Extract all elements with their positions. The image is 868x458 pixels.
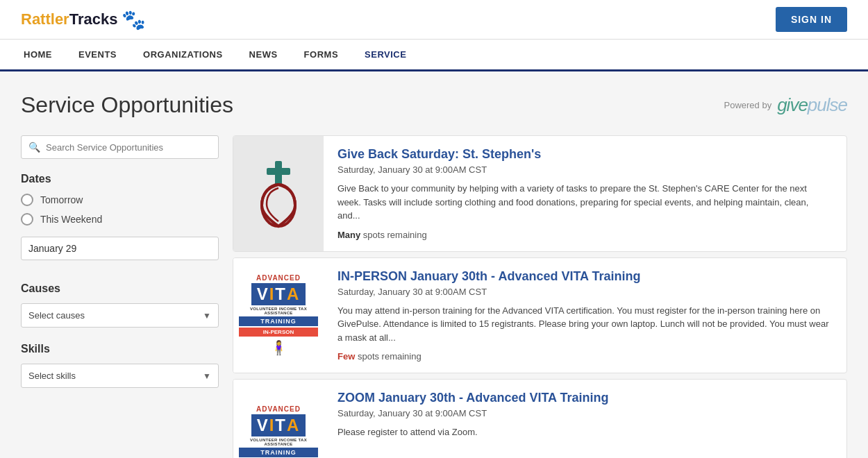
main-layout: 🔍 Dates Tomorrow This Weekend — [21, 135, 847, 458]
event-date-1: Saturday, January 30 at 9:00AM CST — [337, 164, 833, 175]
event-card-2: ADVANCED VITA VOLUNTEER INCOME TAX ASSIS… — [233, 257, 847, 374]
page-body: Service Opportunities Powered by givepul… — [0, 71, 868, 458]
causes-chevron-down-icon: ▼ — [203, 311, 211, 321]
skills-label: Skills — [21, 343, 219, 355]
event-date-2: Saturday, January 30 at 9:00AM CST — [337, 287, 833, 297]
event-spots-1: Many spots remaining — [337, 230, 833, 240]
skills-dropdown[interactable]: Select skills ▼ — [21, 364, 219, 388]
skills-section: Skills Select skills ▼ — [21, 343, 219, 388]
causes-dropdown[interactable]: Select causes ▼ — [21, 303, 219, 328]
nav-forms[interactable]: FORMS — [301, 40, 341, 71]
logo-rattler: Rattler — [21, 10, 69, 28]
causes-label: Causes — [21, 282, 219, 295]
vita-advanced-label: ADVANCED — [256, 274, 301, 282]
dates-radio-group: Tomorrow This Weekend — [21, 194, 219, 226]
search-input[interactable] — [46, 142, 211, 153]
sidebar: 🔍 Dates Tomorrow This Weekend — [21, 135, 219, 388]
event-image-1 — [233, 136, 324, 251]
powered-by: Powered by givepulse — [724, 94, 847, 116]
tomorrow-radio-circle[interactable] — [21, 194, 33, 206]
event-desc-3: Please register to attend via Zoom. — [337, 425, 833, 439]
event-desc-2: You may attend in-person training for th… — [337, 304, 833, 345]
vita-figure-icon: 🧍‍♀️ — [270, 339, 287, 356]
event-info-3: ZOOM January 30th - Advanced VITA Traini… — [324, 380, 846, 458]
spots-remaining-2: spots remaining — [358, 351, 422, 362]
content-area: Give Back Saturday: St. Stephen's Saturd… — [233, 135, 847, 458]
logo-tracks: Tracks — [69, 10, 118, 28]
vita-advanced-label-3: ADVANCED — [256, 405, 301, 413]
event-desc-1: Give Back to your community by helping w… — [337, 182, 833, 223]
event-info-2: IN-PERSON January 30th - Advanced VITA T… — [324, 258, 846, 373]
logo[interactable]: RattlerTracks 🐾 — [21, 8, 146, 31]
nav-service[interactable]: SERVICE — [362, 40, 409, 71]
header: RattlerTracks 🐾 SIGN IN — [0, 0, 868, 40]
dates-label: Dates — [21, 173, 219, 185]
navigation: HOME EVENTS ORGANIZATIONS NEWS FORMS SER… — [0, 40, 868, 71]
event-image-3: ADVANCED VITA VOLUNTEER INCOME TAX ASSIS… — [233, 380, 324, 458]
event-image-2: ADVANCED VITA VOLUNTEER INCOME TAX ASSIS… — [233, 258, 324, 373]
spots-highlight-1: Many — [337, 230, 360, 240]
givepulse-logo[interactable]: givepulse — [777, 94, 847, 116]
vita-logo-main-3: VITA — [251, 414, 306, 436]
search-icon: 🔍 — [28, 142, 40, 153]
date-input[interactable] — [21, 237, 219, 260]
event-info-1: Give Back Saturday: St. Stephen's Saturd… — [324, 136, 846, 251]
vita-logo-main: VITA — [251, 283, 306, 305]
nav-events[interactable]: EVENTS — [76, 40, 119, 71]
logo-text: RattlerTracks — [21, 10, 117, 28]
logo-mascot-icon: 🐾 — [122, 8, 146, 31]
skills-placeholder: Select skills — [28, 371, 76, 381]
this-weekend-label: This Weekend — [40, 214, 102, 225]
page-header: Service Opportunities Powered by givepul… — [21, 92, 847, 118]
this-weekend-radio[interactable]: This Weekend — [21, 213, 219, 226]
causes-section: Causes Select causes ▼ — [21, 282, 219, 328]
event-card-3: ADVANCED VITA VOLUNTEER INCOME TAX ASSIS… — [233, 379, 847, 458]
spots-remaining-1: spots remaining — [363, 230, 427, 240]
vita-subtitle: VOLUNTEER INCOME TAX ASSISTANCE — [239, 307, 318, 315]
nav-news[interactable]: NEWS — [247, 40, 281, 71]
event-spots-2: Few spots remaining — [337, 351, 833, 362]
tomorrow-radio[interactable]: Tomorrow — [21, 194, 219, 206]
event-title-3[interactable]: ZOOM January 30th - Advanced VITA Traini… — [337, 391, 833, 405]
causes-placeholder: Select causes — [28, 310, 85, 321]
vita-training-label-3: TRAINING — [239, 448, 318, 457]
event-card-1: Give Back Saturday: St. Stephen's Saturd… — [233, 135, 847, 252]
search-box[interactable]: 🔍 — [21, 135, 219, 159]
skills-chevron-down-icon: ▼ — [203, 371, 211, 381]
nav-home[interactable]: HOME — [21, 40, 55, 71]
vita-subtitle-3: VOLUNTEER INCOME TAX ASSISTANCE — [239, 438, 318, 446]
spots-highlight-2: Few — [337, 351, 355, 362]
page-title: Service Opportunities — [21, 92, 233, 118]
this-weekend-radio-circle[interactable] — [21, 213, 33, 226]
svg-rect-1 — [267, 168, 290, 175]
sign-in-button[interactable]: SIGN IN — [776, 7, 847, 32]
dates-section: Dates Tomorrow This Weekend — [21, 173, 219, 275]
powered-by-label: Powered by — [724, 100, 771, 110]
vita-inperson-label: IN-PERSON — [239, 328, 318, 337]
church-logo-image — [247, 155, 310, 232]
event-title-1[interactable]: Give Back Saturday: St. Stephen's — [337, 147, 833, 162]
tomorrow-label: Tomorrow — [40, 194, 83, 205]
event-title-2[interactable]: IN-PERSON January 30th - Advanced VITA T… — [337, 269, 833, 284]
nav-organizations[interactable]: ORGANIZATIONS — [140, 40, 226, 71]
vita-training-label: TRAINING — [239, 316, 318, 326]
event-date-3: Saturday, January 30 at 9:00AM CST — [337, 408, 833, 418]
